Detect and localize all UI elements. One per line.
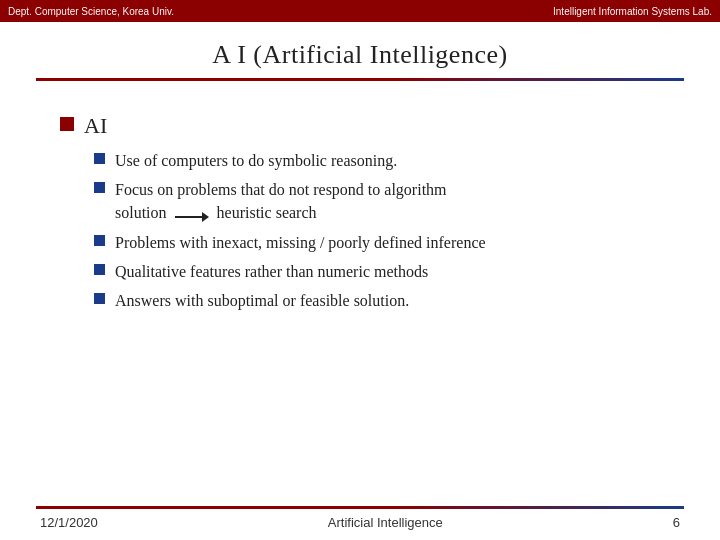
sub-bullet-icon bbox=[94, 264, 105, 275]
sub-bullet-text: Answers with suboptimal or feasible solu… bbox=[115, 289, 409, 312]
footer-bar: 12/1/2020 Artificial Intelligence 6 bbox=[0, 509, 720, 540]
sub-bullet-text: Use of computers to do symbolic reasonin… bbox=[115, 149, 397, 172]
sub-bullet-text: Problems with inexact, missing / poorly … bbox=[115, 231, 486, 254]
main-bullet-icon bbox=[60, 117, 74, 131]
footer-center: Artificial Intelligence bbox=[328, 515, 443, 530]
header-left: Dept. Computer Science, Korea Univ. bbox=[8, 6, 174, 17]
sub-bullet-icon bbox=[94, 153, 105, 164]
list-item: Problems with inexact, missing / poorly … bbox=[94, 231, 660, 254]
sub-bullet-icon bbox=[94, 235, 105, 246]
footer-page: 6 bbox=[673, 515, 680, 530]
sub-bullet-text: Focus on problems that do not respond to… bbox=[115, 178, 447, 224]
content-area: AI Use of computers to do symbolic reaso… bbox=[0, 89, 720, 312]
sub-bullet-text: Qualitative features rather than numeric… bbox=[115, 260, 428, 283]
main-bullet-label: AI bbox=[84, 113, 107, 139]
list-item: Qualitative features rather than numeric… bbox=[94, 260, 660, 283]
bullet2-line2-before: solution bbox=[115, 204, 167, 221]
slide-title: A I (Artificial Intelligence) bbox=[0, 40, 720, 70]
list-item: Use of computers to do symbolic reasonin… bbox=[94, 149, 660, 172]
sub-bullets-list: Use of computers to do symbolic reasonin… bbox=[94, 149, 660, 312]
list-item: Answers with suboptimal or feasible solu… bbox=[94, 289, 660, 312]
main-bullet-ai: AI bbox=[60, 113, 660, 139]
list-item: Focus on problems that do not respond to… bbox=[94, 178, 660, 224]
sub-bullet-icon bbox=[94, 182, 105, 193]
title-section: A I (Artificial Intelligence) bbox=[0, 22, 720, 89]
header-right: Intelligent Information Systems Lab. bbox=[553, 6, 712, 17]
header-bar: Dept. Computer Science, Korea Univ. Inte… bbox=[0, 0, 720, 22]
footer-date: 12/1/2020 bbox=[40, 515, 98, 530]
sub-bullet-icon bbox=[94, 293, 105, 304]
footer: 12/1/2020 Artificial Intelligence 6 bbox=[0, 506, 720, 540]
title-divider bbox=[36, 78, 684, 81]
arrow-icon bbox=[175, 212, 209, 222]
bullet2-heuristic: heuristic search bbox=[217, 204, 317, 221]
bullet2-line1: Focus on problems that do not respond to… bbox=[115, 181, 447, 198]
